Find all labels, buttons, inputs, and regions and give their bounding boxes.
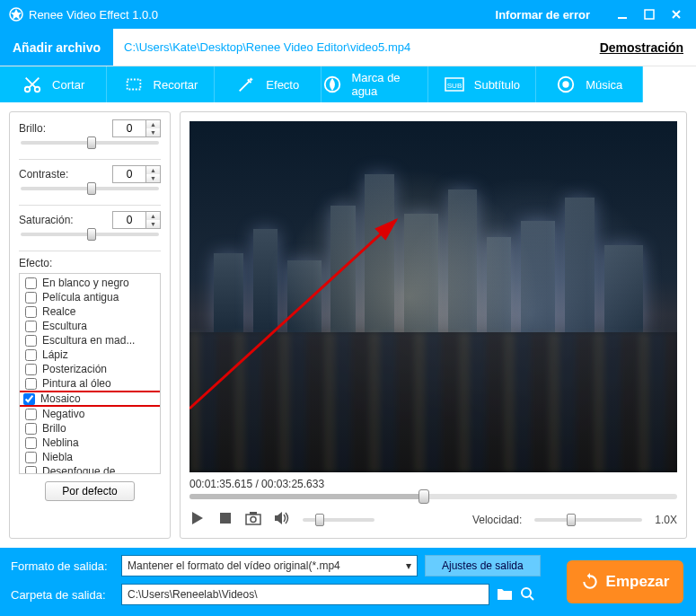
fx-checkbox[interactable] <box>25 335 37 347</box>
slider-thumb[interactable] <box>87 182 96 195</box>
fx-item-label: Posterización <box>42 363 107 375</box>
fx-checkbox[interactable] <box>25 423 37 435</box>
tab-marca-de-agua[interactable]: Marca de agua <box>322 66 428 102</box>
output-settings-button[interactable]: Ajustes de salida <box>425 555 541 576</box>
fx-item[interactable]: Desenfoque de ... <box>20 464 160 474</box>
spin-up-icon[interactable]: ▲ <box>146 120 160 128</box>
output-folder-input[interactable]: C:\Users\Reneelab\Videos\ <box>121 584 489 605</box>
fx-item[interactable]: Película antigua <box>20 290 160 304</box>
slider-thumb[interactable] <box>87 228 96 241</box>
snapshot-button[interactable] <box>245 511 261 528</box>
svg-text:SUB: SUB <box>447 82 462 90</box>
slider-thumb[interactable] <box>87 136 96 149</box>
fx-item[interactable]: Realce <box>20 304 160 319</box>
fx-item-label: Realce <box>42 305 75 318</box>
add-file-button[interactable]: Añadir archivo <box>0 29 113 66</box>
fx-checkbox[interactable] <box>25 277 37 289</box>
tab-label: Música <box>586 78 622 92</box>
fx-item-label: Escultura <box>42 320 87 332</box>
fx-item[interactable]: Brillo <box>20 421 160 436</box>
volume-icon[interactable] <box>274 511 290 528</box>
contrast-input[interactable] <box>113 168 145 180</box>
fx-checkbox[interactable] <box>25 452 37 463</box>
chevron-down-icon: ▾ <box>406 559 411 572</box>
maximize-button[interactable] <box>639 4 660 25</box>
slider-thumb[interactable] <box>315 514 324 526</box>
progress-thumb[interactable] <box>418 489 429 504</box>
tab-efecto[interactable]: Efecto <box>215 66 322 102</box>
browse-folder-button[interactable] <box>497 586 513 603</box>
wand-icon <box>235 74 257 95</box>
fx-item[interactable]: Escultura en mad... <box>20 333 160 348</box>
fx-item[interactable]: Neblina <box>20 436 160 450</box>
fx-item-label: Lápiz <box>42 348 68 361</box>
fx-checkbox[interactable] <box>25 349 37 361</box>
demo-link[interactable]: Demostración <box>600 40 683 55</box>
tab-cortar[interactable]: Cortar <box>0 66 107 102</box>
saturation-spinbox[interactable]: ▲▼ <box>112 211 161 229</box>
fx-item[interactable]: Niebla <box>20 450 160 464</box>
search-folder-button[interactable] <box>520 586 534 603</box>
volume-slider[interactable] <box>303 518 374 522</box>
fx-item[interactable]: Lápiz <box>20 348 160 362</box>
fx-item[interactable]: Negativo <box>20 407 160 421</box>
default-button[interactable]: Por defecto <box>45 481 134 501</box>
spin-down-icon[interactable]: ▼ <box>146 174 160 182</box>
music-icon <box>555 74 577 95</box>
fx-item[interactable]: Pintura al óleo <box>20 376 160 391</box>
fx-checkbox[interactable] <box>25 321 37 332</box>
file-path: C:\Users\Kate\Desktop\Renee Video Editor… <box>113 40 600 54</box>
spin-up-icon[interactable]: ▲ <box>146 166 160 174</box>
fx-item-label: En blanco y negro <box>42 277 129 289</box>
fx-item-label: Escultura en mad... <box>42 334 135 347</box>
saturation-slider[interactable] <box>21 233 159 236</box>
fx-checkbox[interactable] <box>25 378 37 390</box>
fx-checkbox[interactable] <box>25 409 37 420</box>
fx-item[interactable]: Escultura <box>20 319 160 333</box>
fx-item[interactable]: Posterización <box>20 362 160 376</box>
spin-down-icon[interactable]: ▼ <box>146 220 160 228</box>
brightness-input[interactable] <box>113 122 145 135</box>
divider <box>19 251 161 251</box>
slider-thumb[interactable] <box>567 514 576 526</box>
fx-checkbox[interactable] <box>25 292 37 304</box>
fx-item[interactable]: Mosaico <box>19 391 161 407</box>
fx-list[interactable]: En blanco y negroPelícula antiguaRealceE… <box>19 273 161 474</box>
start-button[interactable]: Empezar <box>567 560 683 603</box>
saturation-input[interactable] <box>113 214 145 226</box>
output-format-combo[interactable]: Mantener el formato del vídeo original(*… <box>121 555 418 576</box>
main-area: Brillo: ▲▼ Contraste: ▲▼ <box>0 102 696 548</box>
fx-checkbox[interactable] <box>25 306 37 318</box>
tab-label: Subtítulo <box>474 78 520 92</box>
spin-down-icon[interactable]: ▼ <box>146 128 160 136</box>
progress-slider[interactable] <box>189 494 677 499</box>
fx-checkbox[interactable] <box>25 364 37 375</box>
tab-recortar[interactable]: Recortar <box>107 66 214 102</box>
report-error-link[interactable]: Informar de error <box>496 8 590 22</box>
play-button[interactable] <box>189 510 206 529</box>
contrast-slider[interactable] <box>21 187 159 190</box>
spin-up-icon[interactable]: ▲ <box>146 212 160 220</box>
fx-item-label: Brillo <box>42 422 66 435</box>
close-button[interactable] <box>665 4 687 25</box>
progress-fill <box>189 494 418 499</box>
fx-checkbox[interactable] <box>25 466 37 475</box>
fx-checkbox[interactable] <box>25 437 37 449</box>
brightness-slider[interactable] <box>21 141 159 145</box>
minimize-button[interactable] <box>612 4 633 25</box>
brightness-spinbox[interactable]: ▲▼ <box>112 119 161 137</box>
stop-button[interactable] <box>218 511 233 528</box>
fx-checkbox[interactable] <box>23 393 35 405</box>
tab-subtitulo[interactable]: SUB Subtítulo <box>428 66 535 102</box>
app-title: Renee Video Effect 1.0.0 <box>29 8 496 22</box>
tab-musica[interactable]: Música <box>536 66 643 102</box>
svg-point-14 <box>251 517 256 523</box>
tab-label: Efecto <box>266 78 299 92</box>
contrast-spinbox[interactable]: ▲▼ <box>112 165 161 183</box>
scissors-icon <box>22 74 43 95</box>
video-preview[interactable] <box>189 121 677 472</box>
speed-slider[interactable] <box>534 518 642 522</box>
fx-item[interactable]: En blanco y negro <box>20 276 160 290</box>
saturation-control: Saturación: ▲▼ <box>19 211 161 243</box>
watermark-icon <box>322 74 342 95</box>
